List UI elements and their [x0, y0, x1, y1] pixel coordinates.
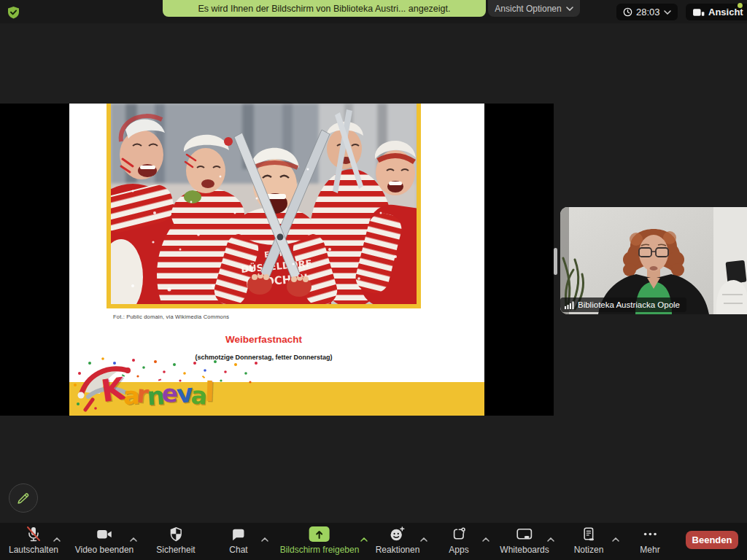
reactions-smiley-icon — [389, 526, 406, 542]
security-shield-icon — [7, 6, 20, 19]
video-options-chevron[interactable] — [130, 532, 137, 545]
participant-name-tag: Biblioteka Austriacka Opole — [560, 298, 686, 312]
more-button[interactable]: Mehr — [640, 526, 659, 555]
mute-button[interactable]: Lautschalten — [9, 526, 58, 555]
microphone-muted-icon — [25, 526, 42, 542]
whiteboards-button[interactable]: Whiteboards — [500, 526, 549, 555]
shared-screen-area: ECHT DÜSSELDORF MÄDCHEN — [0, 104, 554, 416]
reactions-button[interactable]: Reaktionen — [376, 526, 420, 555]
chevron-down-icon — [664, 10, 671, 15]
reactions-options-chevron[interactable] — [420, 532, 427, 545]
share-screen-label: Bildschirm freigeben — [280, 545, 360, 555]
view-options-button[interactable]: Ansicht Optionen — [488, 0, 580, 17]
apps-icon — [450, 526, 468, 542]
notes-options-chevron[interactable] — [612, 532, 619, 545]
presentation-slide: ECHT DÜSSELDORF MÄDCHEN — [69, 104, 484, 416]
chevron-down-icon — [566, 7, 573, 11]
end-meeting-button[interactable]: Beenden — [686, 531, 738, 549]
apps-options-chevron[interactable] — [482, 532, 489, 545]
karneval-letters: Karneval — [101, 375, 212, 405]
annotate-button[interactable] — [9, 483, 38, 513]
pencil-icon — [16, 491, 31, 505]
participant-name: Biblioteka Austriacka Opole — [578, 300, 680, 309]
view-options-label: Ansicht Optionen — [495, 4, 561, 14]
slide-title: Weiberfastnacht — [107, 334, 421, 345]
screen-share-banner: Es wird Ihnen der Bildschirm von Bibliot… — [163, 0, 486, 17]
chat-options-chevron[interactable] — [261, 532, 268, 545]
share-screen-icon — [309, 526, 330, 542]
carnival-photo-illustration: ECHT DÜSSELDORF MÄDCHEN — [111, 104, 417, 304]
whiteboards-label: Whiteboards — [500, 545, 549, 555]
video-panel-handle[interactable] — [554, 248, 557, 275]
security-label: Sicherheit — [156, 545, 195, 555]
audio-options-chevron[interactable] — [53, 532, 61, 545]
clock-icon — [623, 7, 632, 17]
participant-video[interactable]: Biblioteka Austriacka Opole — [560, 207, 747, 314]
zoom-meeting-window: Es wird Ihnen der Bildschirm von Bibliot… — [0, 0, 747, 560]
top-bar: Es wird Ihnen der Bildschirm von Bibliot… — [0, 0, 747, 23]
karneval-letter: l — [204, 378, 214, 405]
whiteboard-icon — [516, 526, 534, 542]
meeting-timer[interactable]: 28:03 — [616, 4, 678, 20]
video-camera-icon — [96, 526, 113, 542]
security-shield-quadrant-icon — [168, 526, 184, 542]
apps-label: Apps — [449, 545, 468, 555]
status-dot — [738, 3, 743, 8]
photo-credit: Fot.: Public domain, via Wikimedia Commo… — [113, 314, 229, 320]
chat-button[interactable]: Chat — [229, 526, 247, 555]
stop-video-button[interactable]: Video beenden — [75, 526, 134, 555]
apps-button[interactable]: Apps — [449, 526, 468, 555]
more-label: Mehr — [640, 545, 659, 555]
stop-video-label: Video beenden — [75, 545, 134, 555]
chat-bubble-icon — [230, 526, 247, 542]
connection-bars-icon — [565, 301, 574, 309]
more-dots-icon — [641, 526, 659, 542]
reactions-label: Reaktionen — [376, 545, 420, 555]
whiteboards-options-chevron[interactable] — [547, 532, 554, 545]
timer-value: 28:03 — [636, 7, 660, 18]
notes-icon — [581, 526, 597, 542]
notes-button[interactable]: Notizen — [574, 526, 604, 555]
mute-label: Lautschalten — [9, 545, 58, 555]
screen-share-banner-text: Es wird Ihnen der Bildschirm von Bibliot… — [198, 4, 450, 14]
view-label: Ansicht — [708, 7, 743, 18]
security-button[interactable]: Sicherheit — [156, 526, 195, 555]
share-screen-button[interactable]: Bildschirm freigeben — [280, 526, 360, 555]
notes-label: Notizen — [574, 545, 604, 555]
carnival-photo: ECHT DÜSSELDORF MÄDCHEN — [107, 104, 421, 308]
share-options-chevron[interactable] — [360, 532, 368, 545]
view-layout-icon — [692, 7, 705, 18]
chat-label: Chat — [229, 545, 247, 555]
